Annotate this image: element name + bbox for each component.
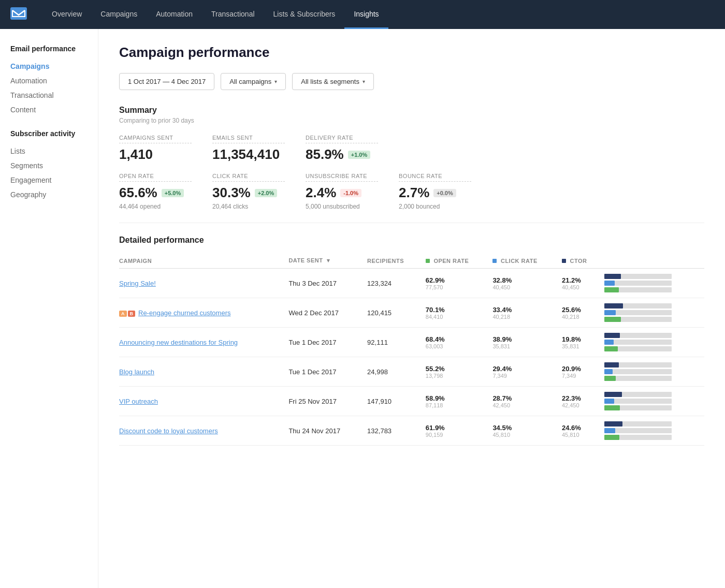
date-range-label: 1 Oct 2017 — 4 Dec 2017 <box>128 78 206 85</box>
recipients-cell: 123,324 <box>367 269 426 298</box>
bar-dark <box>604 392 622 397</box>
bar-light-2 <box>616 310 672 315</box>
ctor-cell: 22.3%42,450 <box>562 387 604 416</box>
stat-bounce-rate-value: 2.7% +0.0% <box>399 185 471 201</box>
summary-section: Summary Comparing to prior 30 days CAMPA… <box>119 106 704 210</box>
bar-row-1 <box>604 392 672 397</box>
sidebar-item-campaigns[interactable]: Campaigns <box>10 59 88 74</box>
bar-light-1 <box>622 392 672 397</box>
lists-filter-label: All lists & segments <box>301 78 359 85</box>
bar-light-2 <box>615 281 672 286</box>
open-rate-count: 13,798 <box>426 373 487 379</box>
sidebar-item-content[interactable]: Content <box>10 102 88 117</box>
ctor-count: 7,349 <box>562 373 598 379</box>
email-performance-title: Email performance <box>10 45 88 53</box>
date-cell: Tue 1 Dec 2017 <box>288 328 367 357</box>
bar-chart-cell <box>604 298 704 328</box>
divider-1 <box>119 223 704 223</box>
nav-overview[interactable]: Overview <box>42 0 91 29</box>
col-ctor: CTOR <box>562 253 604 269</box>
click-rate-count: 35,831 <box>492 343 556 349</box>
campaign-link[interactable]: Discount code to loyal customers <box>119 427 218 435</box>
click-rate-cell: 29.4%7,349 <box>492 357 562 387</box>
stat-unsub-rate-label: UNSUBSCRIBE RATE <box>306 173 378 182</box>
nav-transactional[interactable]: Transactional <box>202 0 264 29</box>
bar-chart-cell <box>604 269 704 298</box>
open-rate-count: 90,159 <box>426 432 487 438</box>
open-rate-main: 68.4% <box>426 335 487 343</box>
click-rate-main: 38.9% <box>492 335 556 343</box>
campaigns-filter-label: All campaigns <box>229 78 271 85</box>
bar-chart <box>604 362 672 381</box>
bar-light-1 <box>619 362 672 368</box>
click-rate-main: 33.4% <box>492 306 556 314</box>
col-open-rate: OPEN RATE <box>426 253 493 269</box>
nav-lists-subscribers[interactable]: Lists & Subscribers <box>264 0 345 29</box>
bar-chart-cell <box>604 416 704 446</box>
bar-light-3 <box>616 376 672 381</box>
bar-chart <box>604 421 672 440</box>
click-rate-cell: 32.8%40,450 <box>492 269 562 298</box>
delivery-rate-badge: +1.0% <box>348 151 371 159</box>
ctor-cell: 25.6%40,218 <box>562 298 604 328</box>
bar-row-3 <box>604 317 672 322</box>
click-rate-cell: 34.5%45,810 <box>492 416 562 446</box>
recipients-cell: 147,910 <box>367 387 426 416</box>
ctor-count: 40,450 <box>562 284 598 290</box>
campaign-link[interactable]: Re-engage churned customers <box>138 309 231 317</box>
bar-blue <box>604 310 616 315</box>
bar-light-2 <box>613 369 672 374</box>
bar-light-3 <box>620 405 672 410</box>
bar-dark <box>604 303 623 308</box>
lists-filter[interactable]: All lists & segments ▾ <box>292 73 374 90</box>
col-click-rate: CLICK RATE <box>492 253 562 269</box>
recipients-cell: 24,998 <box>367 357 426 387</box>
bar-row-1 <box>604 333 672 338</box>
ctor-cell: 21.2%40,450 <box>562 269 604 298</box>
campaign-link[interactable]: Announcing new destinations for Spring <box>119 339 238 346</box>
bar-chart <box>604 392 672 410</box>
date-range-filter[interactable]: 1 Oct 2017 — 4 Dec 2017 <box>119 73 214 90</box>
stat-open-rate-value: 65.6% +5.0% <box>119 185 192 201</box>
ab-badge: AB <box>119 311 135 317</box>
open-rate-count: 84,410 <box>426 314 487 320</box>
campaigns-filter-arrow: ▾ <box>274 79 277 84</box>
open-rate-main: 61.9% <box>426 424 487 432</box>
campaign-link[interactable]: VIP outreach <box>119 398 158 405</box>
nav-automation[interactable]: Automation <box>147 0 202 29</box>
sidebar-item-transactional[interactable]: Transactional <box>10 88 88 102</box>
col-date-sent[interactable]: DATE SENT ▾ <box>288 253 367 269</box>
bar-green <box>604 287 619 292</box>
stat-campaigns-sent: CAMPAIGNS SENT 1,410 <box>119 135 192 163</box>
open-rate-cell: 62.9%77,570 <box>426 269 493 298</box>
bar-dark <box>604 274 621 279</box>
sidebar-item-geography[interactable]: Geography <box>10 187 88 202</box>
sidebar-item-engagement[interactable]: Engagement <box>10 173 88 187</box>
campaigns-table: CAMPAIGN DATE SENT ▾ RECIPIENTS OPEN RAT… <box>119 253 704 446</box>
subscriber-activity-group: Subscriber activity Lists Segments Engag… <box>10 129 88 202</box>
click-rate-badge: +2.0% <box>255 189 278 197</box>
campaign-link[interactable]: Blog launch <box>119 368 154 376</box>
sidebar-item-lists[interactable]: Lists <box>10 144 88 158</box>
open-rate-main: 70.1% <box>426 306 487 314</box>
stat-bounce-rate: BOUNCE RATE 2.7% +0.0% 2,000 bounced <box>399 173 471 210</box>
ctor-main: 20.9% <box>562 365 598 373</box>
stat-open-rate-label: OPEN RATE <box>119 173 192 182</box>
table-row: Discount code to loyal customersThu 24 N… <box>119 416 704 446</box>
bar-blue <box>604 428 615 433</box>
nav-campaigns[interactable]: Campaigns <box>91 0 147 29</box>
open-rate-count: 77,570 <box>426 284 487 290</box>
sidebar-item-segments[interactable]: Segments <box>10 158 88 173</box>
campaigns-filter[interactable]: All campaigns ▾ <box>221 73 286 90</box>
bar-dark <box>604 362 619 368</box>
stat-open-rate-sub: 44,464 opened <box>119 203 192 210</box>
click-rate-cell: 38.9%35,831 <box>492 328 562 357</box>
nav-insights[interactable]: Insights <box>344 0 388 29</box>
bar-row-2 <box>604 281 672 286</box>
stat-unsub-rate-sub: 5,000 unsubscribed <box>306 203 378 210</box>
bar-row-2 <box>604 310 672 315</box>
open-rate-indicator <box>426 259 430 263</box>
campaign-link[interactable]: Spring Sale! <box>119 280 156 287</box>
sidebar-item-automation[interactable]: Automation <box>10 74 88 88</box>
open-rate-main: 55.2% <box>426 365 487 373</box>
